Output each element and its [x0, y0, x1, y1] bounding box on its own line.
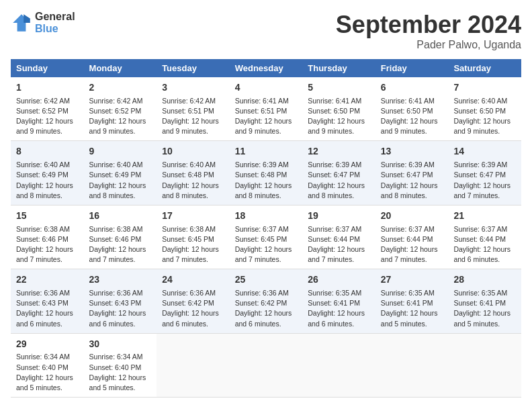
table-cell: 13 Sunrise: 6:39 AM Sunset: 6:47 PM Dayl…: [375, 141, 449, 205]
daylight-label: Daylight: 12 hours: [453, 181, 511, 189]
logo-general-text: General: [35, 11, 75, 23]
day-number: 30: [89, 338, 152, 351]
day-info: Sunrise: 6:40 AM Sunset: 6:49 PM Dayligh…: [89, 160, 152, 201]
day-info: Sunrise: 6:34 AM Sunset: 6:40 PM Dayligh…: [16, 352, 79, 393]
table-cell: 30 Sunrise: 6:34 AM Sunset: 6:40 PM Dayl…: [84, 333, 157, 397]
sunset-label: Sunset: 6:43 PM: [16, 299, 69, 307]
sunrise-label: Sunrise: 6:36 AM: [162, 289, 216, 297]
day-number: 8: [16, 145, 79, 158]
sunrise-label: Sunrise: 6:38 AM: [162, 225, 216, 233]
day-info: Sunrise: 6:41 AM Sunset: 6:50 PM Dayligh…: [381, 96, 443, 137]
sunset-label: Sunset: 6:44 PM: [308, 235, 360, 243]
day-info: Sunrise: 6:40 AM Sunset: 6:49 PM Dayligh…: [16, 160, 79, 201]
page-header: General Blue September 2024 Pader Palwo,…: [11, 11, 521, 51]
daylight-label: Daylight: 12 hours: [89, 181, 146, 189]
sunrise-label: Sunrise: 6:39 AM: [235, 161, 289, 169]
daylight-minutes: and 6 minutes.: [453, 255, 500, 263]
day-info: Sunrise: 6:37 AM Sunset: 6:45 PM Dayligh…: [235, 224, 298, 265]
day-info: Sunrise: 6:41 AM Sunset: 6:50 PM Dayligh…: [308, 96, 370, 137]
day-number: 15: [16, 210, 79, 223]
daylight-label: Daylight: 12 hours: [162, 309, 219, 317]
day-number: 16: [89, 210, 152, 223]
header-sunday: Sunday: [11, 59, 84, 77]
calendar-week-row: 22 Sunrise: 6:36 AM Sunset: 6:43 PM Dayl…: [11, 269, 521, 333]
day-number: 25: [235, 273, 298, 287]
daylight-label: Daylight: 12 hours: [89, 117, 146, 125]
day-info: Sunrise: 6:35 AM Sunset: 6:41 PM Dayligh…: [308, 288, 370, 329]
day-number: 6: [381, 81, 443, 95]
sunrise-label: Sunrise: 6:42 AM: [89, 97, 143, 105]
daylight-label: Daylight: 12 hours: [381, 245, 438, 253]
day-number: 2: [89, 81, 152, 95]
sunset-label: Sunset: 6:52 PM: [16, 107, 69, 115]
day-info: Sunrise: 6:36 AM Sunset: 6:42 PM Dayligh…: [235, 288, 298, 329]
table-cell: 23 Sunrise: 6:36 AM Sunset: 6:43 PM Dayl…: [84, 269, 157, 333]
day-info: Sunrise: 6:40 AM Sunset: 6:50 PM Dayligh…: [453, 96, 516, 137]
table-cell: 4 Sunrise: 6:41 AM Sunset: 6:51 PM Dayli…: [230, 77, 303, 141]
sunrise-label: Sunrise: 6:41 AM: [308, 97, 361, 105]
sunset-label: Sunset: 6:51 PM: [235, 107, 287, 115]
daylight-minutes: and 5 minutes.: [381, 320, 427, 328]
main-title: September 2024: [336, 11, 521, 39]
daylight-minutes: and 8 minutes.: [308, 191, 354, 199]
sunset-label: Sunset: 6:42 PM: [162, 299, 214, 307]
daylight-label: Daylight: 12 hours: [381, 309, 438, 317]
sunset-label: Sunset: 6:40 PM: [89, 363, 142, 371]
daylight-minutes: and 7 minutes.: [381, 255, 427, 263]
day-number: 3: [162, 81, 224, 95]
daylight-minutes: and 9 minutes.: [162, 127, 208, 135]
daylight-label: Daylight: 12 hours: [235, 245, 292, 253]
calendar-week-row: 15 Sunrise: 6:38 AM Sunset: 6:46 PM Dayl…: [11, 205, 521, 269]
sunrise-label: Sunrise: 6:36 AM: [16, 289, 70, 297]
day-info: Sunrise: 6:37 AM Sunset: 6:44 PM Dayligh…: [381, 224, 443, 265]
header-friday: Friday: [375, 59, 449, 77]
daylight-minutes: and 6 minutes.: [16, 320, 62, 328]
sunset-label: Sunset: 6:41 PM: [308, 299, 360, 307]
day-info: Sunrise: 6:42 AM Sunset: 6:51 PM Dayligh…: [162, 96, 224, 137]
day-number: 13: [381, 145, 443, 158]
header-tuesday: Tuesday: [157, 59, 230, 77]
table-cell: [157, 333, 230, 397]
sunrise-label: Sunrise: 6:36 AM: [235, 289, 289, 297]
sunset-label: Sunset: 6:46 PM: [89, 235, 142, 243]
daylight-label: Daylight: 12 hours: [453, 309, 511, 317]
subtitle: Pader Palwo, Uganda: [336, 39, 521, 51]
table-cell: 15 Sunrise: 6:38 AM Sunset: 6:46 PM Dayl…: [11, 205, 84, 269]
sunrise-label: Sunrise: 6:40 AM: [89, 161, 143, 169]
calendar-week-row: 29 Sunrise: 6:34 AM Sunset: 6:40 PM Dayl…: [11, 333, 521, 397]
calendar-week-row: 8 Sunrise: 6:40 AM Sunset: 6:49 PM Dayli…: [11, 141, 521, 205]
sunset-label: Sunset: 6:48 PM: [162, 171, 214, 179]
header-monday: Monday: [84, 59, 157, 77]
table-cell: 22 Sunrise: 6:36 AM Sunset: 6:43 PM Dayl…: [11, 269, 84, 333]
daylight-minutes: and 6 minutes.: [162, 320, 208, 328]
daylight-minutes: and 9 minutes.: [381, 127, 427, 135]
table-cell: 5 Sunrise: 6:41 AM Sunset: 6:50 PM Dayli…: [302, 77, 375, 141]
day-number: 24: [162, 273, 224, 287]
daylight-minutes: and 9 minutes.: [16, 127, 62, 135]
daylight-label: Daylight: 12 hours: [16, 117, 73, 125]
table-cell: 19 Sunrise: 6:37 AM Sunset: 6:44 PM Dayl…: [302, 205, 375, 269]
daylight-label: Daylight: 12 hours: [308, 117, 365, 125]
sunrise-label: Sunrise: 6:37 AM: [308, 225, 361, 233]
sunrise-label: Sunrise: 6:34 AM: [89, 353, 143, 361]
daylight-minutes: and 8 minutes.: [381, 191, 427, 199]
sunset-label: Sunset: 6:47 PM: [381, 171, 433, 179]
daylight-minutes: and 6 minutes.: [308, 320, 354, 328]
sunset-label: Sunset: 6:42 PM: [235, 299, 287, 307]
daylight-label: Daylight: 12 hours: [453, 245, 511, 253]
daylight-label: Daylight: 12 hours: [162, 181, 219, 189]
table-cell: 2 Sunrise: 6:42 AM Sunset: 6:52 PM Dayli…: [84, 77, 157, 141]
table-cell: 12 Sunrise: 6:39 AM Sunset: 6:47 PM Dayl…: [302, 141, 375, 205]
day-info: Sunrise: 6:40 AM Sunset: 6:48 PM Dayligh…: [162, 160, 224, 201]
daylight-label: Daylight: 12 hours: [89, 373, 146, 381]
day-number: 21: [453, 210, 516, 223]
title-block: September 2024 Pader Palwo, Uganda: [336, 11, 521, 51]
day-info: Sunrise: 6:36 AM Sunset: 6:43 PM Dayligh…: [89, 288, 152, 329]
sunset-label: Sunset: 6:44 PM: [381, 235, 433, 243]
table-header-row: SundayMondayTuesdayWednesdayThursdayFrid…: [11, 59, 521, 77]
sunset-label: Sunset: 6:49 PM: [89, 171, 142, 179]
day-info: Sunrise: 6:38 AM Sunset: 6:45 PM Dayligh…: [162, 224, 224, 265]
daylight-minutes: and 6 minutes.: [235, 320, 281, 328]
table-cell: 6 Sunrise: 6:41 AM Sunset: 6:50 PM Dayli…: [375, 77, 449, 141]
daylight-minutes: and 9 minutes.: [89, 127, 136, 135]
